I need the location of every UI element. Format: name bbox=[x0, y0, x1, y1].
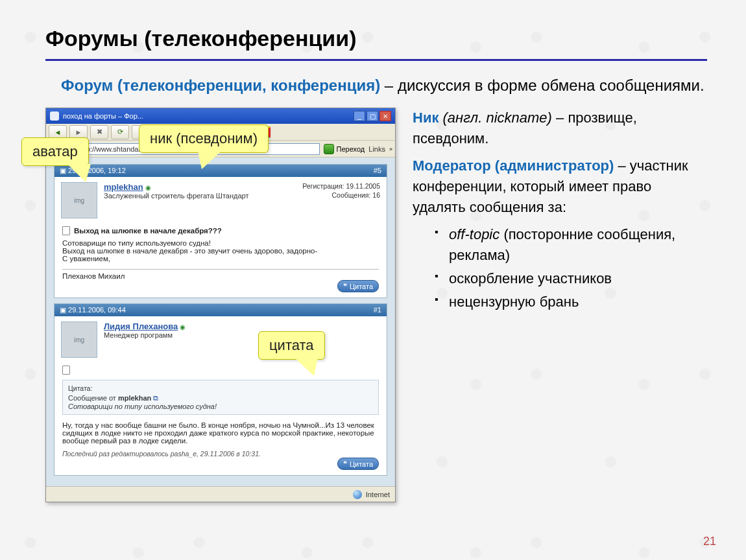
list-item: оскорбление участников bbox=[435, 268, 707, 289]
moderator-reasons-list: off-topic (посторонние сообщения, реклам… bbox=[435, 224, 707, 312]
post-body: Цитата: Сообщение от mplekhan ⧉ Сотовари… bbox=[54, 362, 387, 475]
list-item: off-topic (посторонние сообщения, реклам… bbox=[435, 224, 707, 266]
callout-avatar: аватар bbox=[21, 137, 89, 166]
online-status-icon: ◉ bbox=[145, 184, 151, 191]
nick-term: Ник bbox=[413, 110, 443, 126]
last-edited: Последний раз редактировалось pasha_e, 2… bbox=[62, 450, 379, 458]
maximize-button[interactable]: ▢ bbox=[367, 111, 378, 121]
quote-button[interactable]: ❝ Цитата bbox=[337, 280, 379, 292]
refresh-button[interactable]: ⟳ bbox=[111, 125, 129, 139]
minimize-button[interactable]: _ bbox=[354, 111, 365, 121]
message-count: Сообщения: 16 bbox=[302, 191, 380, 200]
post-line: С уважением, bbox=[62, 255, 379, 262]
window-titlebar: поход на форты – Фор... _ ▢ ✕ bbox=[46, 108, 395, 124]
internet-zone-label: Internet bbox=[366, 491, 390, 498]
post-subject: Выход на шлюпке в начале декабря??? bbox=[74, 227, 222, 235]
avatar: img bbox=[61, 182, 97, 218]
quote-label: Цитата: bbox=[68, 384, 373, 392]
avatar: img bbox=[61, 321, 97, 358]
forum-post: ▣ 29.11.2006, 19:12 #5 img mplekhan ◉ За… bbox=[54, 164, 387, 298]
page-number: 21 bbox=[703, 535, 716, 548]
quote-button[interactable]: ❝ Цитата bbox=[337, 458, 379, 470]
list-item: нецензурную брань bbox=[435, 292, 707, 312]
nick-en: (англ. nickname) bbox=[443, 110, 557, 126]
screenshot-column: аватар ник (псевдоним) цитата поход на ф… bbox=[45, 108, 396, 502]
doc-icon bbox=[62, 366, 70, 375]
definitions-column: Ник (англ. nickname) – прозвище, псевдон… bbox=[413, 108, 707, 502]
forum-post: ▣ 29.11.2006, 09:44 #1 img Лидия Плехано… bbox=[54, 303, 387, 476]
user-meta: Регистрация: 19.11.2005 Сообщения: 16 bbox=[302, 182, 380, 218]
go-group[interactable]: Переход bbox=[324, 144, 365, 154]
callout-quote: цитата bbox=[258, 331, 325, 360]
links-label[interactable]: Links bbox=[368, 145, 385, 153]
slide-title: Форумы (телеконференции) bbox=[45, 26, 707, 61]
lead-rest: дискуссия в форме обмена сообщениями. bbox=[398, 76, 704, 94]
post-line: Сотоварищи по типу используемого судна! bbox=[62, 239, 379, 247]
moderator-term: Модератор (администратор) bbox=[413, 158, 618, 174]
post-number: #5 bbox=[374, 167, 381, 175]
page-viewport: ▣ 29.11.2006, 19:12 #5 img mplekhan ◉ За… bbox=[46, 158, 395, 486]
doc-icon bbox=[62, 226, 70, 235]
user-info: Лидия Плеханова ◉ Менеджер программ bbox=[104, 321, 186, 358]
quote-from-pre: Сообщение от bbox=[68, 394, 118, 402]
username-link[interactable]: mplekhan bbox=[104, 182, 143, 192]
quote-from-user: mplekhan bbox=[118, 394, 151, 402]
signature: Плеханов Михаил bbox=[62, 272, 379, 280]
internet-zone-icon bbox=[353, 490, 362, 499]
post-header: ▣ 29.11.2006, 09:44 #1 bbox=[54, 304, 387, 316]
view-post-icon[interactable]: ⧉ bbox=[153, 394, 158, 402]
stop-button[interactable]: ✖ bbox=[90, 125, 108, 139]
post-body: Выход на шлюпке в начале декабря??? Сото… bbox=[54, 222, 387, 298]
post-text: Ну, тогда у нас вообще башни не было. В … bbox=[62, 421, 379, 445]
user-role: Заслуженный строитель фрегата Штандарт bbox=[104, 192, 249, 200]
lead-paragraph: Форум (телеконференции, конференция) – д… bbox=[61, 75, 707, 96]
close-button[interactable]: ✕ bbox=[379, 111, 391, 121]
username-link[interactable]: Лидия Плеханова bbox=[104, 321, 178, 331]
post-number: #1 bbox=[374, 306, 381, 314]
user-role: Менеджер программ bbox=[104, 331, 186, 339]
callout-nickname: ник (псевдоним) bbox=[139, 124, 269, 153]
lead-dash: – bbox=[385, 76, 398, 94]
quote-box: Цитата: Сообщение от mplekhan ⧉ Сотовари… bbox=[62, 380, 379, 415]
go-label: Переход bbox=[337, 145, 365, 153]
quoted-text: Сотоварищи по типу используемого судна! bbox=[68, 402, 373, 410]
post-line: Выход на шлюпке в начале декабря - это з… bbox=[62, 247, 379, 255]
registration-date: Регистрация: 19.11.2005 bbox=[302, 182, 380, 191]
status-bar: Internet bbox=[46, 486, 395, 502]
lead-term: Форум (телеконференции, конференция) bbox=[61, 76, 385, 94]
post-date: 29.11.2006, 09:44 bbox=[68, 306, 126, 314]
window-title: поход на форты – Фор... bbox=[63, 112, 143, 120]
go-icon bbox=[324, 144, 334, 154]
links-chevron-icon: » bbox=[389, 146, 392, 152]
online-status-icon: ◉ bbox=[180, 323, 186, 331]
user-info: mplekhan ◉ Заслуженный строитель фрегата… bbox=[104, 182, 249, 218]
ie-icon bbox=[50, 111, 59, 121]
